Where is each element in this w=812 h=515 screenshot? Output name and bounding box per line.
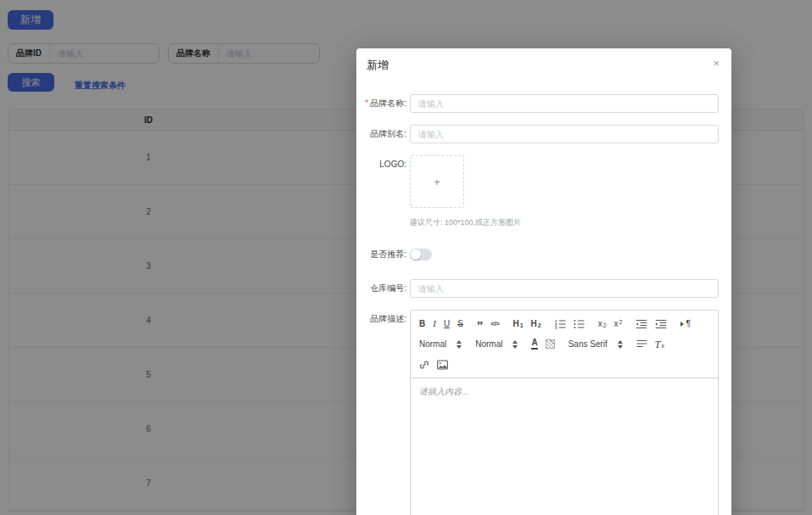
select-arrows-icon <box>512 340 518 349</box>
toolbar-row-1: B I U S ” </> H1 H2 <box>419 317 709 330</box>
modal-title: 新增 <box>367 58 721 73</box>
subscript-button[interactable]: x2 <box>598 317 607 330</box>
brand-name-label-text: 品牌名称: <box>370 98 406 108</box>
underline-button[interactable]: U <box>444 317 450 330</box>
select-arrows-icon <box>456 340 462 349</box>
editor-placeholder: 请插入内容... <box>419 386 709 398</box>
clean-letter: T <box>655 339 661 350</box>
bullet-list-icon[interactable] <box>574 317 585 330</box>
size-select-value: Normal <box>419 339 446 349</box>
outdent-icon[interactable] <box>636 317 647 330</box>
ordered-list-icon[interactable] <box>555 317 566 330</box>
brand-alias-label: 品牌别名: <box>356 125 410 143</box>
hatch-swatch <box>546 339 555 349</box>
brand-alias-input[interactable] <box>410 125 719 143</box>
clean-format-icon[interactable]: Tx <box>655 338 664 350</box>
warehouse-no-label: 仓库编号: <box>356 279 410 298</box>
text-direction-icon[interactable]: ¶ <box>680 317 690 330</box>
indent-icon[interactable] <box>655 317 667 330</box>
editor-content-area[interactable]: 请插入内容... <box>411 378 718 515</box>
toggle-knob <box>411 249 421 260</box>
close-icon[interactable]: × <box>713 58 720 70</box>
image-icon[interactable] <box>437 358 448 371</box>
logo-size-hint: 建议尺寸: 100*100,或正方形图片 <box>410 217 719 228</box>
logo-row: LOGO: + 建议尺寸: 100*100,或正方形图片 <box>356 155 731 228</box>
color-letter: A <box>531 339 537 350</box>
modal-header: 新增 × <box>356 48 731 73</box>
brand-name-row: *品牌名称: <box>356 94 731 113</box>
brand-alias-row: 品牌别名: <box>356 125 731 143</box>
background-color-icon[interactable] <box>546 338 555 350</box>
description-row: 品牌描述: B I U S ” </ <box>356 310 731 515</box>
required-asterisk: * <box>365 98 368 108</box>
add-brand-form: *品牌名称: 品牌别名: LOGO: + 建议尺寸: 100*100,或正方形图… <box>356 94 731 515</box>
h2-letter: H <box>531 320 537 328</box>
header-select[interactable]: Normal <box>475 339 518 349</box>
brand-name-input[interactable] <box>410 94 719 113</box>
warehouse-no-input[interactable] <box>410 279 719 298</box>
clean-x: x <box>662 343 665 349</box>
font-select-value: Sans Serif <box>568 339 608 349</box>
direction-arrow <box>680 322 684 327</box>
select-arrows-icon <box>618 340 623 349</box>
h2-number: 2 <box>538 322 541 328</box>
description-label: 品牌描述: <box>356 310 410 328</box>
superscript-number: 2 <box>619 319 623 325</box>
logo-label: LOGO: <box>356 155 410 174</box>
link-icon[interactable] <box>419 358 429 371</box>
font-select[interactable]: Sans Serif <box>568 339 623 349</box>
text-color-icon[interactable]: A <box>531 338 537 350</box>
subscript-letter: x <box>598 320 602 328</box>
blockquote-button[interactable]: ” <box>477 317 484 330</box>
recommend-toggle[interactable] <box>410 249 432 260</box>
editor-toolbar: B I U S ” </> H1 H2 <box>411 311 718 378</box>
toolbar-row-3 <box>419 358 709 371</box>
logo-upload-box[interactable]: + <box>410 155 464 208</box>
recommend-row: 是否推荐: <box>356 245 731 264</box>
italic-button[interactable]: I <box>433 317 436 330</box>
subscript-number: 2 <box>603 322 607 328</box>
add-brand-modal: 新增 × *品牌名称: 品牌别名: LOGO: + 建议尺寸: 100*10 <box>356 48 731 515</box>
header-select-value: Normal <box>475 339 502 349</box>
superscript-letter: x <box>614 320 619 328</box>
rich-text-editor: B I U S ” </> H1 H2 <box>410 310 719 515</box>
pilcrow-glyph: ¶ <box>686 320 690 328</box>
size-select[interactable]: Normal <box>419 339 462 349</box>
header-1-button[interactable]: H1 <box>512 317 523 330</box>
brand-name-label: *品牌名称: <box>356 94 410 113</box>
recommend-label: 是否推荐: <box>356 245 410 264</box>
bold-button[interactable]: B <box>419 317 425 330</box>
code-block-button[interactable]: </> <box>490 317 499 330</box>
align-icon[interactable] <box>636 338 647 350</box>
superscript-button[interactable]: x2 <box>614 317 623 330</box>
header-2-button[interactable]: H2 <box>531 317 541 330</box>
plus-icon: + <box>434 176 440 188</box>
toolbar-row-2: Normal Normal A <box>419 338 709 350</box>
h1-letter: H <box>512 320 518 328</box>
warehouse-no-row: 仓库编号: <box>356 279 731 298</box>
strikethrough-button[interactable]: S <box>457 317 463 330</box>
h1-number: 1 <box>520 322 524 328</box>
